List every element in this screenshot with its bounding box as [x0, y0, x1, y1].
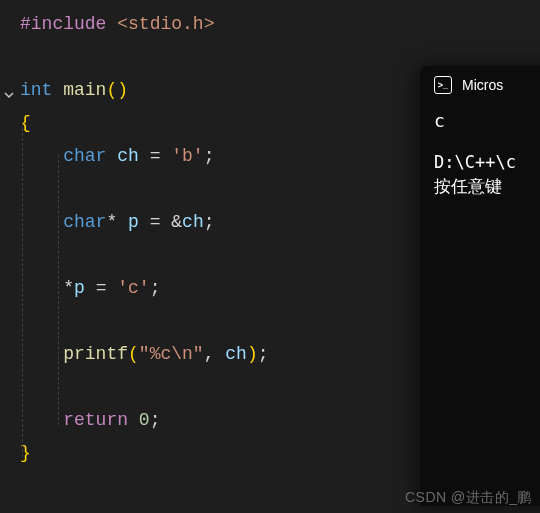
header-token: <stdio.h>	[117, 14, 214, 34]
punct-token: ;	[258, 344, 269, 364]
terminal-title: Micros	[462, 77, 503, 93]
function-token: printf	[63, 344, 128, 364]
string-token: "%c\n"	[139, 344, 204, 364]
variable-token: p	[74, 278, 85, 298]
operator-token: =	[139, 146, 171, 166]
punct-token: ,	[204, 344, 226, 364]
terminal-body[interactable]: c D:\C++\c 按任意键	[420, 102, 540, 205]
terminal-icon-glyph: >_	[438, 80, 448, 90]
fold-chevron[interactable]	[2, 88, 16, 102]
terminal-icon: >_	[434, 76, 452, 94]
punct-token: ;	[150, 410, 161, 430]
terminal-window[interactable]: >_ Micros c D:\C++\c 按任意键	[420, 66, 540, 506]
operator-token: =	[139, 212, 171, 232]
operator-token: *	[106, 212, 117, 232]
terminal-prompt: 按任意键	[434, 175, 540, 199]
operator-token: =	[85, 278, 117, 298]
char-literal-token: 'b'	[171, 146, 203, 166]
variable-token: ch	[225, 344, 247, 364]
punct-token: ;	[204, 146, 215, 166]
operator-token: *	[63, 278, 74, 298]
punct-token: ;	[150, 278, 161, 298]
paren-token: (	[128, 344, 139, 364]
terminal-output: c	[434, 108, 540, 133]
type-token: char	[63, 146, 106, 166]
variable-token: p	[128, 212, 139, 232]
number-token: 0	[139, 410, 150, 430]
type-token: char	[63, 212, 106, 232]
preprocessor-token: #include	[20, 14, 106, 34]
type-token: int	[20, 80, 52, 100]
code-line[interactable]: #include <stdio.h>	[20, 8, 540, 41]
punct-token: ;	[204, 212, 215, 232]
variable-token: ch	[182, 212, 204, 232]
indent-guide	[58, 155, 59, 425]
terminal-titlebar[interactable]: >_ Micros	[420, 66, 540, 102]
indent-guide	[22, 123, 23, 457]
paren-token: ()	[106, 80, 128, 100]
operator-token: &	[171, 212, 182, 232]
function-token: main	[63, 80, 106, 100]
watermark: CSDN @进击的_鹏	[405, 489, 532, 507]
space	[128, 410, 139, 430]
paren-token: )	[247, 344, 258, 364]
keyword-token: return	[63, 410, 128, 430]
terminal-path: D:\C++\c	[434, 151, 540, 175]
char-literal-token: 'c'	[117, 278, 149, 298]
variable-token: ch	[117, 146, 139, 166]
